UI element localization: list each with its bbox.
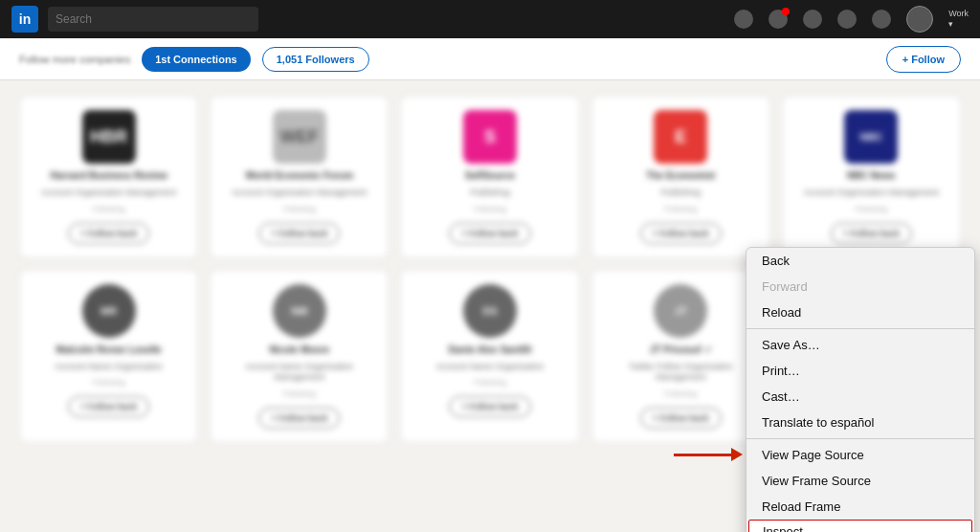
linkedin-logo[interactable]: in: [11, 6, 38, 33]
card-subtitle: Publishing: [660, 188, 701, 199]
navbar-icons: Work▾: [734, 6, 969, 33]
card-person-4: JT JT Pricesof ✓ Twitter Follow Organiza…: [591, 270, 770, 443]
card-title: Malcolm Renee Loselle: [56, 344, 162, 356]
navbar-work-text: Work▾: [948, 9, 969, 30]
card-meta: Following: [93, 205, 125, 213]
card-subtitle: Account Name Organization: [55, 362, 163, 373]
menu-item-print[interactable]: Print…: [746, 358, 974, 384]
card-follow-btn[interactable]: + Follow back: [258, 408, 340, 429]
red-arrow-indicator: [674, 448, 743, 461]
hbr-avatar: HBR: [82, 110, 136, 164]
home-icon: [734, 10, 753, 29]
follow-action: + Follow: [886, 46, 961, 73]
person4-avatar: JT: [654, 284, 707, 338]
card-title: Harvard Business Review: [50, 169, 167, 182]
card-meta: Following: [664, 389, 697, 398]
navbar-home[interactable]: [734, 10, 753, 29]
navbar-notifications[interactable]: [872, 10, 891, 29]
menu-item-cast[interactable]: Cast…: [746, 384, 974, 410]
notifications-icon: [872, 10, 891, 29]
selfsource-avatar: S: [463, 110, 517, 164]
nbcnews-avatar: NBC: [844, 110, 898, 164]
jobs-icon: [803, 10, 822, 29]
card-title: JT Pricesof ✓: [650, 344, 712, 356]
menu-item-view-frame-source[interactable]: View Frame Source: [746, 468, 974, 494]
card-wef: WEF World Economic Forum Account Organiz…: [210, 96, 389, 258]
card-follow-btn[interactable]: + Follow back: [640, 408, 722, 429]
card-subtitle: Account Name Organization Management: [224, 362, 374, 384]
card-subtitle: Account Organization Management: [232, 188, 367, 199]
messaging-icon: [837, 10, 857, 29]
card-meta: Following: [474, 378, 506, 387]
card-follow-btn[interactable]: + Follow back: [68, 223, 149, 244]
navbar-network[interactable]: [768, 10, 788, 29]
card-person-2: NM Nicole Moore Account Name Organizatio…: [210, 270, 389, 443]
navbar-jobs[interactable]: [803, 10, 822, 29]
network-icon: [768, 10, 788, 29]
menu-item-saveas[interactable]: Save As…: [746, 332, 974, 358]
menu-separator-1: [746, 328, 974, 329]
card-follow-btn[interactable]: + Follow back: [831, 223, 912, 244]
card-subtitle: Account Name Organization: [436, 362, 545, 373]
person3-avatar: DS: [463, 284, 517, 338]
card-person-1: MR Malcolm Renee Loselle Account Name Or…: [19, 270, 198, 443]
wef-avatar: WEF: [273, 110, 326, 164]
search-input[interactable]: [48, 7, 258, 32]
economist-avatar: E: [654, 110, 707, 164]
card-meta: Following: [474, 205, 506, 213]
menu-item-forward: Forward: [746, 274, 974, 299]
menu-item-back[interactable]: Back: [746, 248, 974, 274]
card-subtitle: Account Organization Management: [804, 188, 939, 199]
card-follow-btn[interactable]: + Follow back: [640, 223, 722, 244]
person1-avatar: MR: [82, 284, 136, 338]
menu-separator-2: [746, 438, 974, 439]
arrow-head-icon: [731, 448, 743, 461]
card-nbcnews: NBC NBC News Account Organization Manage…: [782, 96, 961, 258]
followers-btn[interactable]: 1,051 Followers: [262, 47, 369, 72]
person2-avatar: NM: [273, 284, 326, 338]
card-subtitle: Publishing: [470, 188, 510, 199]
card-title: SelfSource: [465, 169, 515, 182]
card-meta: Following: [664, 205, 697, 213]
menu-item-reload-frame[interactable]: Reload Frame: [746, 494, 974, 520]
menu-item-translate[interactable]: Translate to español: [746, 410, 974, 435]
card-economist: E The Economist Publishing Following + F…: [591, 96, 770, 258]
menu-item-reload[interactable]: Reload: [746, 299, 974, 325]
card-title: NBC News: [847, 169, 896, 182]
profile-avatar[interactable]: [906, 6, 933, 33]
card-meta: Following: [855, 205, 887, 213]
card-meta: Following: [93, 378, 125, 387]
navbar: in Work▾: [0, 0, 980, 38]
card-follow-btn[interactable]: + Follow back: [449, 223, 530, 244]
card-selfsource: S SelfSource Publishing Following + Foll…: [400, 96, 579, 258]
sub-header: Follow more companies 1st Connections 1,…: [0, 38, 980, 80]
following-label: Follow more companies: [19, 54, 130, 65]
menu-item-inspect[interactable]: Inspect: [748, 520, 972, 532]
follow-btn[interactable]: + Follow: [886, 46, 961, 73]
card-meta: Following: [283, 205, 316, 213]
navbar-messaging[interactable]: [837, 10, 857, 29]
card-subtitle: Account Organization Management: [41, 188, 176, 199]
card-title: The Economist: [646, 169, 715, 182]
card-follow-btn[interactable]: + Follow back: [258, 223, 340, 244]
menu-item-view-page-source[interactable]: View Page Source: [746, 442, 974, 468]
card-title: Dante Alex Santilli: [449, 344, 532, 356]
context-menu: Back Forward Reload Save As… Print… Cast…: [746, 247, 975, 532]
card-subtitle: Twitter Follow Organization Management: [606, 362, 756, 384]
card-follow-btn[interactable]: + Follow back: [449, 396, 530, 417]
card-follow-btn[interactable]: + Follow back: [68, 396, 149, 417]
card-meta: Following: [283, 389, 316, 398]
card-title: Nicole Moore: [269, 344, 329, 356]
card-person-3: DS Dante Alex Santilli Account Name Orga…: [400, 270, 579, 443]
card-hbr: HBR Harvard Business Review Account Orga…: [19, 96, 198, 258]
arrow-line: [674, 454, 731, 456]
connections-btn[interactable]: 1st Connections: [142, 47, 251, 72]
card-title: World Economic Forum: [245, 169, 353, 182]
